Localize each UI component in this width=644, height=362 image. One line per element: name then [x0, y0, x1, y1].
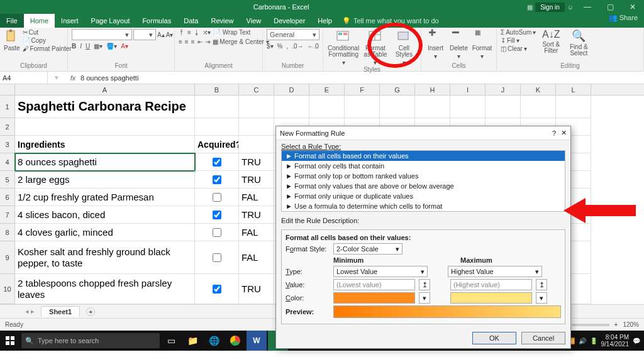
cell-B6[interactable]: [195, 189, 239, 206]
cell-B8[interactable]: [195, 224, 239, 241]
paste-button[interactable]: Paste: [4, 29, 20, 52]
zoom-in-button[interactable]: +: [614, 321, 618, 328]
cell-A9[interactable]: Kosher salt and freshly ground black pep…: [15, 241, 195, 274]
tab-insert[interactable]: Insert: [55, 14, 85, 28]
format-painter-button[interactable]: 🖌Format Painter: [23, 45, 72, 52]
format-style-dropdown[interactable]: 2-Color Scale▾: [333, 243, 402, 255]
cell-C6[interactable]: FAL: [239, 189, 274, 206]
align-mid-icon[interactable]: ≡: [187, 29, 191, 36]
insert-button[interactable]: ➕Insert▾: [425, 29, 446, 60]
cell-B4[interactable]: [195, 153, 239, 171]
rule-1[interactable]: ► Format all cells based on their values: [282, 151, 565, 161]
rowh-3[interactable]: 3: [0, 136, 15, 153]
align-left-icon[interactable]: ≡: [179, 38, 182, 45]
value-max-ref-button[interactable]: ↥: [536, 279, 547, 290]
cell-C1[interactable]: [239, 96, 274, 118]
rowh-8[interactable]: 8: [0, 224, 15, 241]
rule-type-list[interactable]: ► Format all cells based on their values…: [281, 150, 565, 212]
cell-A6[interactable]: 1/2 cup freshly grated Parmesan: [15, 189, 195, 206]
tab-home[interactable]: Home: [24, 14, 55, 28]
colh-J[interactable]: J: [486, 84, 521, 95]
cell-B9[interactable]: [195, 241, 239, 274]
tab-pagelayout[interactable]: Page Layout: [85, 14, 136, 28]
underline-button[interactable]: U: [86, 43, 90, 50]
cell-A10[interactable]: 2 tablespoons chopped fresh parsley leav…: [15, 274, 195, 304]
tab-data[interactable]: Data: [177, 14, 204, 28]
chk-7[interactable]: [213, 211, 221, 219]
colh-A[interactable]: A: [15, 84, 195, 95]
edge-icon[interactable]: 🌐: [204, 331, 224, 351]
rule-2[interactable]: ► Format only cells that contain: [282, 161, 565, 171]
ok-button[interactable]: OK: [472, 332, 516, 344]
cell-B1[interactable]: [195, 96, 239, 118]
rule-4[interactable]: ► Format only values that are above or b…: [282, 181, 565, 191]
align-right-icon[interactable]: ≡: [191, 38, 195, 45]
cell-C5[interactable]: TRU: [239, 171, 274, 189]
rule-6[interactable]: ► Use a formula to determine which cells…: [282, 201, 565, 211]
inc-dec-icon[interactable]: .0→: [292, 43, 303, 50]
tab-review[interactable]: Review: [204, 14, 240, 28]
grow-font-icon[interactable]: A▴: [157, 31, 165, 38]
maximize-button[interactable]: ▢: [599, 3, 621, 11]
value-min-ref-button[interactable]: ↥: [419, 279, 430, 290]
rowh-7[interactable]: 7: [0, 206, 15, 224]
signin-button[interactable]: Sign in: [535, 3, 565, 12]
align-center-icon[interactable]: ≡: [185, 38, 189, 45]
clear-button[interactable]: ◫Clear▾: [501, 45, 536, 52]
align-bot-icon[interactable]: ⭳: [194, 29, 200, 36]
cell-C8[interactable]: FAL: [239, 224, 274, 241]
type-min-dropdown[interactable]: Lowest Value▾: [333, 266, 428, 277]
colh-I[interactable]: I: [450, 84, 486, 95]
task-view-icon[interactable]: ▭: [161, 331, 181, 351]
fx-icon[interactable]: fx: [65, 74, 80, 82]
zoom-slider[interactable]: [572, 324, 609, 326]
tray-notifications-icon[interactable]: 💬: [633, 337, 640, 344]
autosum-button[interactable]: ΣAutoSum▾: [501, 29, 536, 36]
value-min-input[interactable]: (Lowest value): [333, 279, 415, 290]
rowh-6[interactable]: 6: [0, 189, 15, 206]
tray-time[interactable]: 8:04 PM: [601, 334, 630, 341]
shrink-font-icon[interactable]: A▾: [166, 31, 174, 38]
word-icon[interactable]: W: [247, 331, 267, 351]
conditional-formatting-button[interactable]: Conditional Formatting▾: [327, 29, 360, 66]
indent-inc-icon[interactable]: ⇥: [205, 38, 210, 45]
add-sheet-button[interactable]: +: [86, 307, 95, 316]
align-top-icon[interactable]: ⭱: [179, 29, 185, 36]
fill-color-button[interactable]: 🪣▾: [106, 43, 117, 50]
percent-icon[interactable]: %: [277, 43, 283, 50]
colh-F[interactable]: F: [345, 84, 380, 95]
chk-9[interactable]: [213, 253, 221, 262]
close-button[interactable]: ✕: [621, 3, 644, 11]
chk-10[interactable]: [213, 285, 221, 293]
cell-styles-button[interactable]: Cell Styles▾: [391, 29, 417, 66]
currency-icon[interactable]: $▾: [267, 43, 274, 50]
fill-button[interactable]: ↧Fill▾: [501, 37, 536, 44]
formula-input[interactable]: 8 ounces spaghetti: [80, 74, 644, 82]
font-name[interactable]: ▾: [72, 29, 132, 40]
cell-A1[interactable]: Spaghetti Carbonara Recipe: [15, 96, 195, 118]
cell-A7[interactable]: 4 slices bacon, diced: [15, 206, 195, 224]
comma-icon[interactable]: ,: [286, 43, 288, 50]
copy-button[interactable]: 📄Copy: [23, 37, 72, 44]
dialog-help-button[interactable]: ?: [547, 129, 561, 137]
cell-B10[interactable]: [195, 274, 239, 304]
colh-K[interactable]: K: [521, 84, 556, 95]
cell-B7[interactable]: [195, 206, 239, 224]
sort-filter-button[interactable]: A↓ZSort & Filter: [538, 29, 564, 54]
dec-dec-icon[interactable]: ←.0: [308, 43, 319, 50]
tray-date[interactable]: 9/14/2021: [601, 341, 630, 348]
zoom-value[interactable]: 120%: [623, 321, 639, 328]
font-color-button[interactable]: A▾: [121, 43, 128, 50]
tab-file[interactable]: File: [0, 14, 24, 28]
colh-B[interactable]: B: [195, 84, 239, 95]
border-button[interactable]: ▦▾: [94, 43, 103, 50]
orient-icon[interactable]: ⤭▾: [203, 29, 211, 36]
value-max-input[interactable]: (Highest value): [450, 279, 532, 290]
colh-G[interactable]: G: [380, 84, 415, 95]
colh-L[interactable]: L: [556, 84, 591, 95]
cell-A3[interactable]: Ingredients: [15, 136, 195, 153]
chk-8[interactable]: [213, 228, 221, 237]
cell-A8[interactable]: 4 cloves garlic, minced: [15, 224, 195, 241]
tab-help[interactable]: Help: [311, 14, 338, 28]
colh-H[interactable]: H: [415, 84, 450, 95]
